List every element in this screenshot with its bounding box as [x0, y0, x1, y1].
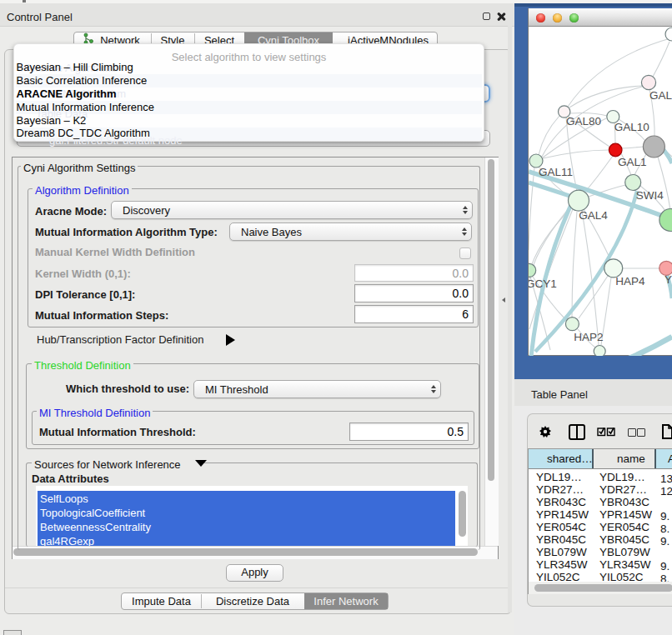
svg-text:GAL10: GAL10 — [614, 121, 649, 133]
svg-text:GAL11: GAL11 — [539, 166, 573, 178]
svg-text:HAP2: HAP2 — [574, 331, 603, 343]
svg-text:GAL4: GAL4 — [579, 209, 608, 222]
svg-text:GAL80: GAL80 — [566, 115, 601, 128]
svg-text:HAP4: HAP4 — [615, 275, 645, 288]
svg-text:GAL: GAL — [649, 89, 672, 102]
svg-text:SWI4: SWI4 — [636, 189, 664, 202]
svg-text:GCY1: GCY1 — [529, 278, 557, 290]
svg-text:Y: Y — [664, 273, 672, 286]
svg-text:GAL1: GAL1 — [618, 156, 647, 168]
